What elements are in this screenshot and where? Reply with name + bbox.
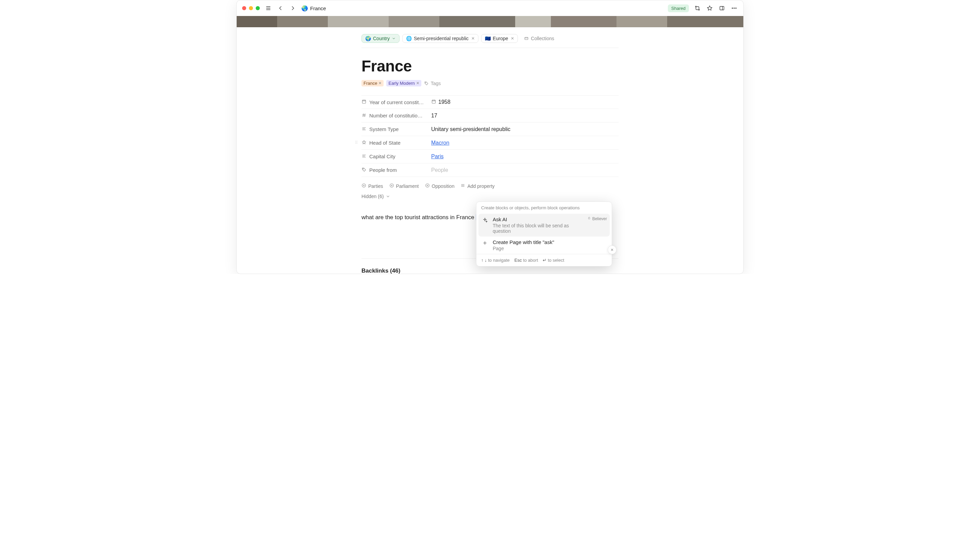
svg-point-3 <box>695 6 697 7</box>
hidden-props-toggle[interactable]: Hidden (6) <box>361 192 619 199</box>
property-row[interactable]: Number of constitutio… 17 <box>361 109 619 123</box>
page-title[interactable]: France <box>361 57 619 75</box>
svg-rect-5 <box>720 6 724 10</box>
property-value-cell[interactable]: 1958 <box>428 96 619 108</box>
backlinks-header[interactable]: Backlinks (46) <box>361 267 619 274</box>
body-text: what are the top tourist attractions in … <box>361 214 476 220</box>
svg-line-35 <box>363 113 363 117</box>
cover-image[interactable] <box>237 16 743 27</box>
tag-icon <box>424 81 429 86</box>
property-row[interactable]: People from People <box>361 163 619 177</box>
property-key[interactable]: Number of constitutio… <box>361 110 428 121</box>
svg-rect-23 <box>432 100 436 103</box>
property-key-label: People from <box>369 167 397 173</box>
slash-menu-item[interactable]: Ask AI The text of this block will be se… <box>479 214 610 236</box>
type-chip-republic[interactable]: 🌐 Semi-presidential republic ✕ <box>402 34 479 43</box>
svg-line-36 <box>364 113 365 117</box>
svg-point-48 <box>355 142 356 142</box>
property-key[interactable]: Year of current constit… <box>361 96 428 108</box>
collections-button[interactable]: Collections <box>520 34 557 43</box>
svg-point-49 <box>357 142 357 142</box>
type-chip-primary[interactable]: 🌍 Country <box>361 34 399 43</box>
remove-icon[interactable]: ✕ <box>416 81 419 85</box>
property-key[interactable]: System Type <box>361 123 428 135</box>
slash-menu-header: Create blocks or objects, perform block … <box>476 202 612 214</box>
sparkle-icon <box>481 216 488 224</box>
remove-icon[interactable]: ✕ <box>379 81 382 85</box>
panel-icon[interactable] <box>718 5 725 12</box>
property-link[interactable]: Paris <box>431 153 444 160</box>
globe-icon: 🌐 <box>406 36 412 41</box>
property-value-cell[interactable]: Paris <box>428 151 619 162</box>
property-link[interactable]: Macron <box>431 140 449 146</box>
tag-early-modern[interactable]: Early Modern ✕ <box>386 80 421 86</box>
chip-label: Parties <box>368 184 383 189</box>
property-key[interactable]: Capital City <box>361 151 428 162</box>
slash-menu-item[interactable]: Create Page with title "ask" Page <box>476 236 612 254</box>
chip-label: Parliament <box>396 184 419 189</box>
sidebar-toggle-icon[interactable] <box>264 5 272 12</box>
pin-icon[interactable] <box>706 5 713 12</box>
remove-icon[interactable]: ✕ <box>511 36 514 41</box>
list-icon <box>460 183 465 189</box>
window-controls[interactable] <box>242 6 260 10</box>
property-value-cell[interactable]: 17 <box>428 110 619 121</box>
tag-label: Early Modern <box>388 81 415 86</box>
svg-point-12 <box>425 82 426 83</box>
svg-point-8 <box>734 8 735 8</box>
property-value: Unitary semi-presidental republic <box>431 126 511 133</box>
breadcrumb[interactable]: 🌏 France <box>301 5 326 11</box>
property-value-cell[interactable]: Unitary semi-presidental republic <box>428 123 619 135</box>
svg-point-46 <box>355 141 356 142</box>
tag-france[interactable]: France ✕ <box>361 80 383 86</box>
svg-rect-10 <box>525 37 528 40</box>
svg-point-67 <box>363 168 363 169</box>
plus-circle-icon <box>361 183 366 189</box>
more-icon[interactable] <box>730 5 738 12</box>
svg-point-4 <box>698 9 700 10</box>
add-property-chip[interactable]: Parties <box>361 183 383 189</box>
hash-icon <box>361 113 367 119</box>
item-title: Create Page with title "ask" <box>493 239 554 245</box>
close-button[interactable] <box>608 245 617 254</box>
property-row[interactable]: System Type Unitary semi-presidental rep… <box>361 123 619 136</box>
believer-badge: Believer <box>587 216 607 221</box>
type-chip-label: Europe <box>493 36 508 41</box>
add-tag-button[interactable]: Tags <box>424 81 441 86</box>
tags-label: Tags <box>431 81 441 86</box>
hidden-label: Hidden (6) <box>361 194 383 199</box>
property-key-label: Head of State <box>369 140 401 146</box>
shared-badge[interactable]: Shared <box>668 5 689 12</box>
type-chip-label: Country <box>373 36 390 41</box>
property-key-label: System Type <box>369 126 399 132</box>
text-icon <box>361 153 367 160</box>
plus-icon <box>481 239 488 247</box>
property-placeholder: People <box>431 167 448 173</box>
graph-icon[interactable] <box>694 5 701 12</box>
tag-icon <box>361 167 367 173</box>
svg-point-9 <box>735 8 736 8</box>
plus-circle-icon <box>425 183 430 189</box>
chevron-down-icon <box>386 194 390 199</box>
property-row[interactable]: Head of State Macron <box>361 136 619 150</box>
tag-label: France <box>363 81 377 86</box>
plus-circle-icon <box>389 183 394 189</box>
add-property-button[interactable]: Add property <box>460 183 495 189</box>
type-chip-europe[interactable]: 🇪🇺 Europe ✕ <box>481 34 518 43</box>
nav-back-icon[interactable] <box>277 5 284 12</box>
add-property-chip[interactable]: Parliament <box>389 183 419 189</box>
property-value: 17 <box>431 113 437 119</box>
property-value-cell[interactable]: Macron <box>428 137 619 149</box>
close-icon <box>610 248 614 252</box>
nav-forward-icon[interactable] <box>289 5 296 12</box>
property-key[interactable]: People from <box>361 164 428 176</box>
drag-handle-icon[interactable] <box>354 140 359 146</box>
remove-icon[interactable]: ✕ <box>471 36 475 41</box>
page-emoji-icon: 🌏 <box>301 5 308 11</box>
property-row[interactable]: Capital City Paris <box>361 150 619 163</box>
property-key[interactable]: Head of State <box>361 137 428 149</box>
chip-label: Opposition <box>432 184 455 189</box>
property-row[interactable]: Year of current constit… 1958 <box>361 95 619 109</box>
property-value-cell[interactable]: People <box>428 164 619 176</box>
add-property-chip[interactable]: Opposition <box>425 183 455 189</box>
